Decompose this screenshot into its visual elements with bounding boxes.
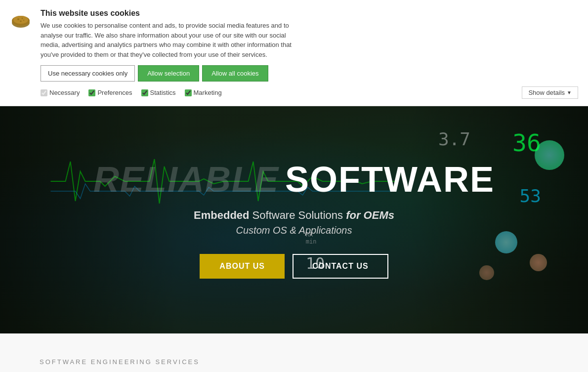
preferences-checkbox-input[interactable] [88,89,95,96]
cookie-content: This website uses cookies We use cookies… [41,9,578,99]
marketing-checkbox[interactable]: Marketing [185,89,222,96]
cookie-buttons: Use necessary cookies only Allow selecti… [41,65,578,82]
allow-all-cookies-button[interactable]: Allow all cookies [202,65,268,82]
hero-subtitle-rest: Software Solutions [250,209,346,221]
hero-subtitle-line2: Custom OS & Applications [93,225,495,236]
hero-headline: RELIABLE SOFTWARE [93,162,495,197]
preferences-checkbox[interactable]: Preferences [88,89,132,96]
cookie-banner: This website uses cookies We use cookies… [0,0,588,106]
use-necessary-cookies-button[interactable]: Use necessary cookies only [41,65,135,82]
necessary-checkbox[interactable]: Necessary [41,89,80,96]
section-label: SOFTWARE ENGINEERING SERVICES [40,358,326,366]
hero-section: 36 53 3.7 RRmin 10 RELIABLE SOFTWARE Emb… [0,106,588,333]
monitor-number-3: 3.7 [438,129,470,149]
hero-buttons: ABOUT US CONTACT US [93,254,495,279]
monitor-number-1: 36 [512,129,541,157]
necessary-checkbox-input[interactable] [41,89,47,96]
cookie-logo-icon [10,10,32,32]
contact-us-button[interactable]: CONTACT US [293,254,388,279]
marketing-checkbox-input[interactable] [185,89,192,96]
hero-content: RELIABLE SOFTWARE Embedded Software Solu… [93,162,495,279]
hero-subtitle-italic: for OEMs [346,209,394,221]
allow-selection-button[interactable]: Allow selection [138,65,199,82]
monitor-number-2: 53 [519,186,541,206]
cookie-checkboxes: Necessary Preferences Statistics Marketi… [41,86,578,99]
bottom-left-content: SOFTWARE ENGINEERING SERVICES SOFTWARE S… [40,358,326,372]
chevron-down-icon: ▼ [567,90,572,95]
bottom-section: SOFTWARE ENGINEERING SERVICES SOFTWARE S… [0,333,588,372]
statistics-label: Statistics [150,89,176,96]
hero-software-text: SOFTWARE [285,162,495,197]
revain-branding: Revain [444,358,548,372]
show-details-button[interactable]: Show details ▼ [522,86,578,99]
statistics-checkbox-input[interactable] [141,89,148,96]
preferences-label: Preferences [97,89,132,96]
hero-subtitle-line1: Embedded Software Solutions for OEMs [93,209,495,222]
statistics-checkbox[interactable]: Statistics [141,89,176,96]
about-us-button[interactable]: ABOUT US [200,254,285,279]
knob-orange-1 [530,254,547,271]
cookie-description: We use cookies to personalise content an… [41,21,302,59]
hero-reliable-text: RELIABLE [93,162,279,197]
svg-point-5 [20,20,22,22]
svg-point-6 [23,20,24,21]
necessary-label: Necessary [49,89,80,96]
hero-subtitle-bold: Embedded [194,209,249,221]
svg-point-2 [13,16,28,24]
svg-point-4 [22,18,23,19]
svg-point-3 [17,18,19,20]
cookie-title: This website uses cookies [41,9,578,18]
show-details-label: Show details [528,89,565,96]
knob-teal [495,231,517,253]
marketing-label: Marketing [194,89,222,96]
hero-subtitle: Embedded Software Solutions for OEMs Cus… [93,209,495,236]
